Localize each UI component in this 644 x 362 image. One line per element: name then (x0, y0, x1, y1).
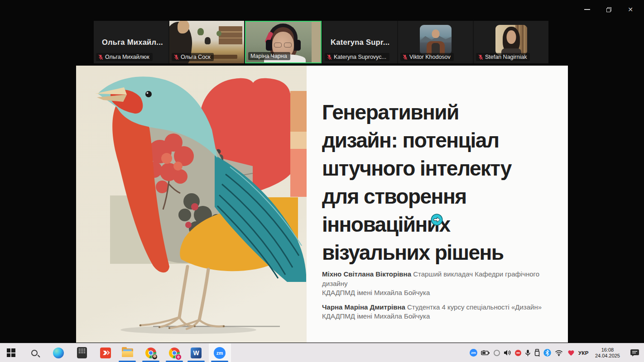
slide-title-line: візуальних рішень (322, 238, 560, 267)
slide-title-line: Генеративний (322, 98, 560, 126)
muted-mic-icon (403, 54, 408, 60)
participant-filmstrip: Ольга Михайл... Ольга Михайлюк (94, 21, 548, 63)
taskbar-red-arrows-app-button[interactable] (100, 347, 111, 359)
close-icon: ✕ (628, 6, 633, 13)
slide-artwork-bird-collage (76, 66, 307, 343)
edge-browser-icon (53, 348, 64, 358)
health-heart-icon[interactable] (567, 348, 575, 357)
slide-text-panel: Генеративний дизайн: потенціал штучного … (307, 66, 571, 343)
windows-logo-icon (7, 348, 15, 357)
taskbar-edge-button[interactable] (53, 347, 64, 359)
window-controls: ✕ (580, 4, 638, 15)
search-icon (31, 350, 38, 356)
participant-big-name: Ольга Михайл... (102, 38, 163, 47)
running-indicator-zoom (211, 361, 228, 362)
zoom-app-icon: zm (214, 347, 226, 359)
red-arrows-app-icon (100, 348, 111, 358)
participant-tile-olha-mykhailiuk[interactable]: Ольга Михайл... Ольга Михайлюк (94, 21, 168, 63)
participant-name-label: Viktor Khodosov (400, 53, 454, 61)
muted-mic-icon (478, 54, 483, 60)
chrome-icon: 0 (169, 348, 180, 358)
calculator-icon (77, 347, 87, 358)
clock-time: 16:08 (595, 347, 620, 353)
screen-share-slide: Генеративний дизайн: потенціал штучного … (76, 66, 568, 343)
running-indicator-chrome2 (166, 361, 183, 362)
restore-icon (606, 7, 611, 12)
taskbar-zoom-button[interactable]: zm (214, 347, 226, 359)
participant-name-label: Ольга Соск (172, 53, 214, 61)
slide-title-line: дизайн: потенціал (322, 126, 560, 154)
taskbar-chrome-profile2-button[interactable]: 0 (168, 347, 180, 359)
credit-author-2: Чарна Маріна Дмитрівна Студентка 4 курсу… (322, 303, 560, 321)
participant-name-label: Kateryna Suprovyc... (325, 53, 389, 61)
restore-button[interactable] (601, 4, 616, 15)
chrome-profile-avatar (152, 354, 158, 360)
sync-ring-icon[interactable] (494, 350, 500, 356)
participant-avatar-photo (420, 25, 452, 55)
slide-title-line: штучного інтелекту (322, 154, 560, 182)
slide-credits: Міхно Світлана Вікторівна Старший виклад… (322, 270, 560, 321)
taskbar-search-button[interactable] (29, 347, 40, 359)
participant-avatar-photo (495, 25, 527, 55)
word-icon: W (191, 348, 202, 358)
participant-tile-kateryna-suprovych[interactable]: Kateryna Supr... Kateryna Suprovyc... (322, 21, 397, 63)
muted-mic-icon (174, 54, 179, 60)
slide-title-line: для створення (322, 182, 560, 210)
wifi-icon[interactable] (555, 348, 563, 357)
taskbar-chrome-profile1-button[interactable] (145, 347, 157, 359)
muted-mic-icon (98, 54, 103, 60)
participant-tile-stefan-nagirniak[interactable]: Stefan Nagirniak (474, 21, 548, 63)
zoom-meeting-window: ✕ Ольга Михайл... Ольга Михайлюк (0, 0, 644, 362)
bluetooth-icon[interactable] (543, 348, 551, 357)
participant-tile-marina-charna-active-speaker[interactable]: Маріна Чарна (245, 21, 322, 63)
remote-pointer-cursor (431, 214, 443, 226)
running-indicator-chrome1 (142, 361, 159, 362)
chrome-profile-badge: 0 (175, 354, 182, 360)
microphone-icon[interactable] (525, 348, 531, 357)
participant-tile-viktor-khodosov[interactable]: Viktor Khodosov (398, 21, 473, 63)
muted-mic-icon (327, 54, 332, 60)
running-indicator-word (187, 361, 205, 362)
participant-tile-olha-sosk[interactable]: Ольга Соск (169, 21, 244, 63)
taskbar-clock[interactable]: 16:08 24.04.2025 (595, 347, 620, 359)
language-indicator[interactable]: УКР (578, 348, 589, 357)
usb-device-icon[interactable] (534, 348, 540, 357)
taskbar-file-explorer-button[interactable] (121, 347, 133, 359)
tray-zoom-icon[interactable]: zm (470, 349, 477, 357)
notifications-icon[interactable] (630, 348, 639, 357)
system-tray: zm (470, 343, 639, 362)
chrome-icon (145, 348, 156, 358)
clock-date: 24.04.2025 (595, 353, 620, 359)
windows-taskbar: 0 W zm zm (0, 343, 644, 362)
start-button[interactable] (5, 347, 17, 359)
running-indicator-file-explorer (119, 361, 136, 362)
taskbar-word-button[interactable]: W (190, 347, 202, 359)
minimize-button[interactable] (580, 4, 594, 15)
battery-icon[interactable] (481, 348, 490, 357)
taskbar-calculator-button[interactable] (76, 347, 88, 359)
credit-author-1: Міхно Світлана Вікторівна Старший виклад… (322, 270, 560, 298)
participant-name-label: Маріна Чарна (248, 52, 290, 60)
participant-name-label: Ольга Михайлюк (96, 53, 153, 61)
file-explorer-icon (122, 348, 133, 357)
do-not-disturb-icon[interactable] (515, 350, 521, 356)
participant-big-name: Kateryna Supr... (331, 38, 389, 47)
participant-name-label: Stefan Nagirniak (476, 53, 530, 61)
volume-icon[interactable] (504, 348, 511, 357)
close-button[interactable]: ✕ (623, 4, 638, 15)
minimize-icon (584, 9, 590, 10)
